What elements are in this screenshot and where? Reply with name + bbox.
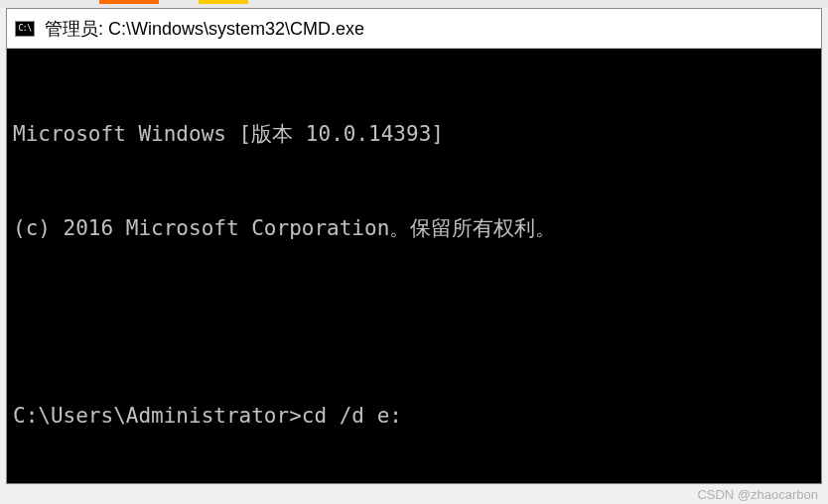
terminal-output[interactable]: Microsoft Windows [版本 10.0.14393] (c) 20… <box>7 49 821 483</box>
terminal-line: C:\Users\Administrator>cd /d e: <box>13 401 815 433</box>
cmd-window: C:\ 管理员: C:\Windows\system32\CMD.exe Mic… <box>6 8 822 484</box>
terminal-line: (c) 2016 Microsoft Corporation。保留所有权利。 <box>13 213 815 245</box>
cmd-icon: C:\ <box>15 21 35 37</box>
cmd-icon-text: C:\ <box>19 24 32 33</box>
terminal-line <box>13 307 815 338</box>
top-accent-bar <box>0 0 828 8</box>
titlebar[interactable]: C:\ 管理员: C:\Windows\system32\CMD.exe <box>7 9 821 49</box>
terminal-line: Microsoft Windows [版本 10.0.14393] <box>13 119 815 151</box>
window-title: 管理员: C:\Windows\system32\CMD.exe <box>45 17 364 41</box>
watermark: CSDN @zhaocarbon <box>697 487 818 502</box>
